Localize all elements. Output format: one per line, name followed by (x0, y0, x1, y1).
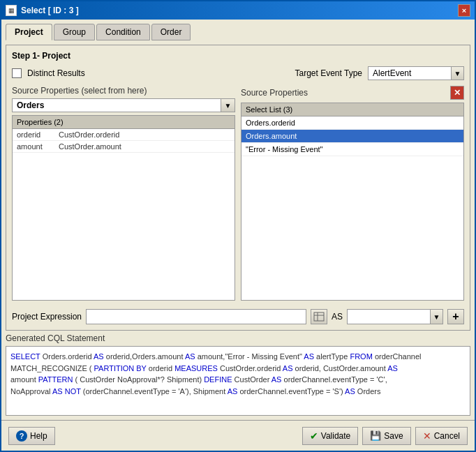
validate-label: Validate (321, 431, 350, 441)
tab-condition[interactable]: Condition (96, 24, 150, 40)
cql-line4: NoApproval AS NOT (orderChannel.eventTyp… (10, 386, 466, 398)
source-left-title: Source Properties (select from here) (12, 86, 235, 96)
as-combo: ▼ (347, 309, 443, 324)
title-bar-left: ▦ Select [ ID : 3 ] (6, 5, 79, 16)
cql-text-2: orderid,Orders.amount (106, 352, 185, 361)
cql-line3: amount PATTERN ( CustOrder NoApproval*? … (10, 374, 466, 386)
close-button[interactable]: × (458, 4, 470, 17)
list-item-0[interactable]: Orders.orderid (241, 116, 463, 130)
kw-pattern: PATTERN (38, 375, 73, 384)
help-label: Help (30, 431, 47, 441)
window-title: Select [ ID : 3 ] (21, 6, 79, 15)
cancel-label: Cancel (434, 431, 460, 441)
save-icon: 💾 (370, 430, 381, 441)
tab-project[interactable]: Project (6, 24, 52, 40)
list-item-2[interactable]: "Error - Missing Event" (241, 143, 463, 156)
as-input[interactable] (347, 309, 431, 324)
cql-line1: SELECT Orders.orderid AS orderid,Orders.… (10, 351, 466, 363)
select-list: Select List (3) Orders.orderid Orders.am… (241, 103, 464, 301)
kw-as-4: AS (283, 364, 293, 372)
cql-text-9: orderid, CustOrder.amount (295, 364, 388, 372)
target-event-dropdown-btn[interactable]: ▼ (452, 66, 464, 80)
table-icon (313, 312, 325, 322)
kw-as-8: AS (228, 387, 238, 396)
plus-button[interactable]: + (447, 309, 464, 324)
prop-row-amount[interactable]: amount CustOrder.amount (13, 141, 235, 153)
expression-row: Project Expression AS ▼ + (12, 309, 464, 324)
kw-as-3: AS (304, 352, 314, 361)
kw-from: FROM (350, 352, 372, 361)
list-item-1[interactable]: Orders.amount (241, 130, 463, 143)
window-icon: ▦ (6, 5, 17, 16)
kw-as-7: AS (52, 387, 63, 396)
help-button[interactable]: ? Help (8, 427, 55, 445)
kw-define: DEFINE (204, 375, 232, 384)
content-area: Project Group Condition Order Step 1- Pr… (1, 20, 475, 420)
main-panel: Step 1- Project Distinct Results Target … (6, 45, 470, 331)
save-label: Save (384, 431, 403, 441)
as-dropdown-btn[interactable]: ▼ (431, 309, 443, 324)
target-event-input[interactable]: AlertEvent (368, 66, 452, 80)
distinct-checkbox[interactable] (12, 68, 22, 78)
cql-text-4: alertType (316, 352, 350, 361)
prop-header: Properties (2) (13, 116, 235, 129)
left-col: Source Properties (select from here) Ord… (12, 86, 235, 301)
cql-text-8: CustOrder.orderid (220, 364, 283, 372)
expr-icon-button[interactable] (311, 309, 327, 324)
kw-select: SELECT (10, 352, 40, 361)
expr-label: Project Expression (12, 312, 82, 322)
distinct-label: Distinct Results (27, 68, 85, 78)
help-icon: ? (16, 430, 27, 442)
options-row: Distinct Results Target Event Type Alert… (12, 66, 464, 80)
kw-as-1: AS (94, 352, 104, 361)
prop-name-0: orderid (17, 130, 59, 139)
tab-order[interactable]: Order (151, 24, 191, 40)
cancel-icon: ✕ (423, 430, 431, 442)
cql-text-11: ( CustOrder NoApproval*? Shipment) (75, 375, 204, 384)
cql-text-1: Orders.orderid (43, 352, 94, 361)
prop-name-1: amount (17, 142, 59, 151)
cql-text-14: NoApproval (10, 387, 52, 396)
validate-button[interactable]: ✔ Validate (302, 427, 358, 445)
target-event-label: Target Event Type (295, 68, 362, 78)
cql-text-17: Orders (357, 387, 381, 396)
cql-outer: Generated CQL Statement SELECT Orders.or… (6, 333, 470, 416)
cancel-button[interactable]: ✕ Cancel (415, 427, 468, 445)
kw-as-2: AS (185, 352, 195, 361)
cql-text-13: orderChannel.eventType = 'C', (284, 375, 387, 384)
cql-line2: MATCH_RECOGNIZE ( PARTITION BY orderid M… (10, 363, 466, 375)
cql-text-3: amount,"Error - Missing Event" (198, 352, 304, 361)
cql-text-15: (orderChannel.eventType = 'A'), Shipment (83, 387, 228, 396)
validate-icon: ✔ (310, 430, 318, 442)
target-event-dropdown: AlertEvent ▼ (368, 66, 464, 80)
cql-section: SELECT Orders.orderid AS orderid,Orders.… (6, 346, 470, 416)
save-button[interactable]: 💾 Save (362, 427, 410, 445)
step-title: Step 1- Project (12, 51, 464, 61)
main-window: ▦ Select [ ID : 3 ] × Project Group Cond… (0, 0, 476, 452)
prop-value-0: CustOrder.orderid (59, 130, 230, 139)
kw-as-5: AS (387, 364, 398, 372)
cql-title: Generated CQL Statement (6, 333, 470, 343)
cql-text-12: CustOrder (235, 375, 272, 384)
remove-button[interactable]: ✕ (450, 86, 464, 100)
source-right-title: Source Properties (241, 88, 308, 98)
kw-as-9: AS (345, 387, 355, 396)
as-label: AS (332, 312, 343, 322)
cql-text-6: MATCH_RECOGNIZE ( (10, 364, 94, 372)
prop-row-orderid[interactable]: orderid CustOrder.orderid (13, 129, 235, 141)
cql-text-10: amount (10, 375, 38, 384)
kw-partition: PARTITION BY (94, 364, 147, 372)
prop-value-1: CustOrder.amount (59, 142, 230, 151)
right-header-row: Source Properties ✕ (241, 86, 464, 100)
source-left-input[interactable]: Orders (12, 98, 221, 112)
title-bar: ▦ Select [ ID : 3 ] × (1, 1, 475, 20)
tab-group[interactable]: Group (54, 24, 95, 40)
bottom-bar: ? Help ✔ Validate 💾 Save ✕ Cancel (1, 420, 475, 451)
cql-text-7: orderid (149, 364, 174, 372)
expr-input[interactable] (86, 309, 306, 324)
source-left-dropdown-btn[interactable]: ▼ (221, 98, 235, 112)
action-buttons: ✔ Validate 💾 Save ✕ Cancel (302, 427, 468, 445)
cql-text-5: orderChannel (375, 352, 422, 361)
select-list-header: Select List (3) (241, 103, 463, 116)
cql-text-16: orderChannel.eventType = 'S') (239, 387, 345, 396)
